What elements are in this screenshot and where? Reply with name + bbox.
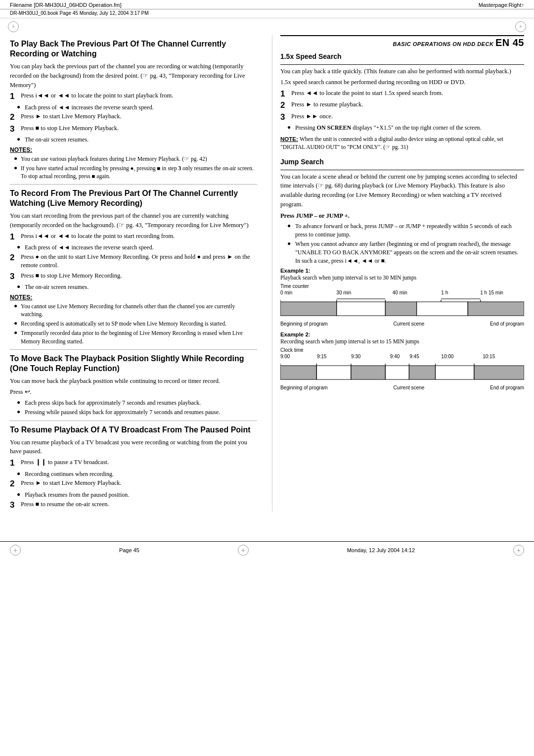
corner-marks [0,18,534,35]
svg-rect-1 [337,302,386,316]
right-column: BASIC OPERATIONS ON HDD DECK EN 45 1.5x … [272,35,524,512]
main-content: To Play Back The Previous Part Of The Ch… [0,35,534,512]
speed-divider [280,64,524,65]
speed-note-header: NOTE: [280,136,298,142]
svg-rect-12 [280,366,316,379]
speed-search-title: 1.5x Speed Search [280,52,524,61]
svg-rect-13 [316,366,351,379]
section4-title: To Resume Playback Of A TV Broadcast Fro… [10,425,257,435]
example2-label: Example 2: [280,331,524,337]
step-1-1: 1 Press i◄◄ or ◄◄ to locate the point to… [10,92,257,101]
diagram2-label-end: End of program [490,385,524,390]
svg-rect-18 [474,366,524,379]
divider-3 [10,421,257,421]
step-2-1: 1 Press i◄◄ or ◄◄ to locate the point to… [10,232,257,242]
reg-mark-bottom-left [10,545,21,556]
svg-rect-15 [385,366,409,379]
note-2-3: ● Temporarily recorded data prior to the… [10,329,257,345]
left-column: To Play Back The Previous Part Of The Ch… [10,35,262,512]
speed-intro: You can play back a title quickly. (This… [280,67,524,76]
subheader-left: DR-MH30UJ_00.book Page 45 Monday, July 1… [10,10,149,16]
diagram2-label-start: Beginning of program [280,385,328,390]
jump-divider [280,170,524,170]
reg-mark-top-left [8,21,19,32]
notes2-header: NOTES: [10,294,257,301]
jump-search-title: Jump Search [280,158,524,167]
step-4-1: 1 Press ❙❙ to pause a TV broadcast. [10,458,257,468]
bullet-2-1: ● Each press of ◄◄ increases the reverse… [10,243,257,252]
example1-desc: Playback search when jump interval is se… [280,275,524,281]
svg-rect-17 [435,366,474,379]
section3-press: Press ↩. [10,387,257,397]
reg-mark-top-right [515,21,526,32]
section2-intro: You can start recording from the previou… [10,211,257,230]
svg-rect-2 [385,302,416,316]
reg-mark-bottom-center [238,545,249,556]
step-4-3: 3 Press ■ to resume the on-air screen. [10,500,257,510]
section-header-line [280,35,524,36]
jump-bullet-2: ● When you cannot advance any farther (b… [280,240,524,265]
section3-title: To Move Back The Playback Position Sligh… [10,354,257,374]
section1-title: To Play Back The Previous Part Of The Ch… [10,39,257,59]
diagram2: Clock time 9:00 9:15 9:30 9:40 9:45 10:0… [280,347,524,390]
diagram1-time-label: Time counter [280,284,524,289]
diagram1-label-start: Beginning of program [280,321,328,327]
section-title-right: BASIC OPERATIONS ON HDD DECK EN 45 [280,37,524,48]
note-1-2: ● If you have started actual recording b… [10,164,257,180]
diagram2-svg [280,362,524,383]
header-masterpage: Masterpage:Right↑ [479,2,524,8]
note-1-1: ● You can use various playback features … [10,155,257,163]
diagram1-label-end: End of program [490,321,524,327]
section3-intro: You can move back the playback position … [10,377,257,386]
bullet-3-2: ● Pressing while paused skips back for a… [10,408,257,417]
svg-rect-3 [417,302,468,316]
speed-step-3: 3 Press ►► once. [280,112,524,122]
speed-step-1: 1 Press ◄◄ to locate the point to start … [280,89,524,99]
svg-rect-4 [468,302,524,316]
diagram1-label-current: Current scene [393,321,424,327]
bullet-4-2: ● Playback resumes from the paused posit… [10,491,257,499]
footer-date: Monday, 12 July 2004 14:12 [347,547,415,553]
speed-note-text: When the unit is connected with a digita… [280,136,503,150]
speed-note1: 1.5x speed search cannot be performed du… [280,78,524,87]
reg-mark-bottom-right [513,545,524,556]
step-4-2: 2 Press ► to start Live Memory Playback. [10,479,257,489]
jump-intro: You can locate a scene ahead or behind t… [280,172,524,209]
step-1-3: 3 Press ■ to stop Live Memory Playback. [10,124,257,134]
bullet-4-1: ● Recording continues when recording. [10,470,257,478]
note-2-2: ● Recording speed is automatically set t… [10,320,257,328]
bullet-1-3: ● The on-air screen resumes. [10,136,257,144]
jump-bullet-1: ● To advance forward or back, press JUMP… [280,222,524,239]
bullet-3-1: ● Each press skips back for approximatel… [10,399,257,407]
step-1-2: 2 Press ► to start Live Memory Playback. [10,112,257,122]
step-2-2: 2 Press ● on the unit to start Live Memo… [10,253,257,270]
bullet-2-3: ● The on-air screen resumes. [10,283,257,291]
example2-desc: Recording search when jump interval is s… [280,338,524,344]
diagram2-clock-label: Clock time [280,347,524,353]
subheader-bar: DR-MH30UJ_00.book Page 45 Monday, July 1… [0,9,534,18]
footer-page: Page 45 [119,547,139,553]
diagram1: Time counter 0 min 30 min 40 min 1 h 1 h… [280,284,524,327]
svg-rect-14 [351,366,386,379]
example1-label: Example 1: [280,268,524,274]
speed-step-2: 2 Press ► to resume playback. [280,100,524,110]
section4-intro: You can resume playback of a TV broadcas… [10,438,257,457]
divider-2 [10,349,257,350]
section2-title: To Record From The Previous Part Of The … [10,189,257,208]
svg-rect-16 [409,366,435,379]
step-2-3: 3 Press ■ to stop Live Memory Recording. [10,272,257,282]
footer-bar: Page 45 Monday, 12 July 2004 14:12 [0,541,534,570]
notes1-header: NOTES: [10,146,257,153]
diagram2-label-current: Current scene [393,385,424,390]
speed-bullet-1: ● Pressing ON SCREEN displays "+X1.5" on… [280,124,524,132]
note-2-1: ● You cannot use Live Memory Recording f… [10,302,257,318]
bullet-1-1: ● Each press of ◄◄ increases the reverse… [10,103,257,112]
diagram1-svg [280,298,524,320]
header-filename: Filename [DR-MH30UJ_06HDD Operation.fm] [10,2,122,8]
divider-1 [10,184,257,185]
section1-intro: You can play back the previous part of t… [10,62,257,90]
jump-press: Press JUMP – or JUMP +. [280,211,524,221]
header-bar: Filename [DR-MH30UJ_06HDD Operation.fm] … [0,0,534,9]
svg-rect-0 [280,302,337,316]
